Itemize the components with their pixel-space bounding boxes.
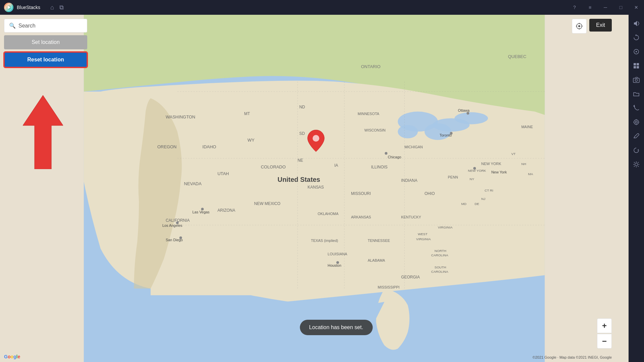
svg-text:IA: IA	[334, 163, 338, 168]
svg-text:KENTUCKY: KENTUCKY	[401, 215, 421, 219]
sidebar-location2-icon[interactable]	[630, 46, 642, 58]
svg-text:ALABAMA: ALABAMA	[368, 258, 385, 262]
svg-text:MT: MT	[244, 111, 250, 116]
sidebar-refresh-icon[interactable]	[630, 144, 642, 156]
svg-text:GEORGIA: GEORGIA	[401, 275, 420, 279]
svg-text:San Diego: San Diego	[166, 238, 183, 242]
svg-text:NH: NH	[522, 162, 526, 166]
home-icon[interactable]: ⌂	[50, 4, 54, 11]
sidebar-volume-icon[interactable]	[630, 17, 642, 30]
svg-point-7	[398, 125, 418, 138]
maximize-button[interactable]: □	[613, 0, 629, 15]
zoom-out-button[interactable]: −	[597, 334, 612, 349]
svg-point-102	[634, 120, 639, 124]
sidebar-folder-icon[interactable]	[630, 88, 642, 100]
svg-point-63	[473, 167, 476, 170]
svg-text:KANSAS: KANSAS	[308, 185, 324, 190]
svg-text:TENNESSEE: TENNESSEE	[368, 239, 390, 243]
red-arrow	[23, 95, 63, 169]
exit-button[interactable]: Exit	[589, 19, 612, 32]
svg-text:Las Vegas: Las Vegas	[192, 210, 210, 214]
help-button[interactable]: ?	[567, 0, 582, 15]
svg-text:UTAH: UTAH	[217, 171, 229, 176]
svg-text:OREGON: OREGON	[157, 144, 177, 149]
svg-text:NEVADA: NEVADA	[184, 181, 202, 186]
svg-text:MAINE: MAINE	[522, 125, 533, 129]
svg-point-94	[636, 51, 637, 52]
svg-point-6	[454, 112, 488, 124]
svg-marker-92	[635, 34, 636, 36]
svg-text:NEW MEXICO: NEW MEXICO	[254, 201, 280, 206]
close-button[interactable]: ✕	[629, 0, 644, 15]
app-name: BlueStacks	[17, 5, 40, 10]
svg-text:COLORADO: COLORADO	[261, 164, 286, 169]
left-panel: 🔍 Search Set location Reset location	[4, 19, 87, 67]
svg-text:SOUTH: SOUTH	[435, 265, 446, 269]
window-controls: ? ≡ ─ □ ✕	[567, 0, 644, 15]
svg-text:WY: WY	[247, 138, 254, 143]
svg-text:INDIANA: INDIANA	[401, 178, 417, 183]
svg-text:NY: NY	[469, 177, 474, 181]
menu-button[interactable]: ≡	[582, 0, 598, 15]
svg-text:NEW YORK: NEW YORK	[468, 169, 486, 172]
svg-text:OKLAHOMA: OKLAHOMA	[317, 212, 339, 216]
svg-text:ILLINOIS: ILLINOIS	[371, 165, 388, 169]
svg-text:Houston: Houston	[328, 263, 341, 267]
svg-text:PENN: PENN	[448, 175, 458, 179]
sidebar-edit-icon[interactable]	[630, 130, 642, 142]
svg-text:New York: New York	[491, 170, 507, 174]
svg-text:WASHINGTON: WASHINGTON	[166, 114, 195, 119]
svg-text:NE: NE	[298, 158, 303, 163]
sidebar-rotate-icon[interactable]	[630, 32, 642, 44]
zoom-controls: + −	[597, 318, 612, 349]
titlebar: BlueStacks ⌂ ⧉ ? ≡ ─ □ ✕	[0, 0, 644, 15]
search-box[interactable]: 🔍 Search	[4, 19, 87, 33]
svg-point-100	[635, 79, 638, 82]
svg-text:ARIZONA: ARIZONA	[217, 208, 235, 213]
svg-text:Ottawa: Ottawa	[458, 108, 470, 112]
layers-icon[interactable]: ⧉	[59, 4, 64, 11]
nav-icons: ⌂ ⧉	[50, 4, 64, 11]
sidebar-camera-icon[interactable]	[630, 74, 642, 86]
svg-rect-96	[637, 63, 639, 65]
svg-text:Toronto: Toronto	[440, 133, 452, 137]
svg-marker-109	[637, 149, 639, 150]
svg-text:MD: MD	[461, 202, 466, 206]
svg-text:CAROLINA: CAROLINA	[431, 270, 448, 273]
sidebar-settings-icon[interactable]	[630, 158, 642, 170]
search-icon: 🔍	[9, 22, 16, 29]
top-right-controls: Exit	[572, 19, 612, 34]
svg-marker-101	[633, 105, 635, 107]
svg-text:ND: ND	[299, 105, 305, 109]
svg-text:VT: VT	[511, 152, 516, 156]
svg-marker-85	[23, 95, 63, 169]
svg-text:OHIO: OHIO	[425, 191, 435, 196]
reset-location-button[interactable]: Reset location	[4, 52, 87, 67]
sidebar-grid-icon[interactable]	[630, 60, 642, 72]
sidebar-target-icon[interactable]	[630, 116, 642, 128]
right-sidebar	[629, 15, 644, 362]
svg-text:WEST: WEST	[418, 232, 428, 236]
svg-text:NJ: NJ	[481, 197, 485, 201]
locate-button[interactable]	[572, 19, 587, 34]
svg-text:DE: DE	[475, 202, 479, 206]
svg-text:WISCONSIN: WISCONSIN	[364, 128, 386, 132]
sidebar-undo-icon[interactable]	[630, 102, 642, 114]
svg-text:TEXAS (implied): TEXAS (implied)	[311, 239, 338, 243]
minimize-button[interactable]: ─	[598, 0, 613, 15]
set-location-button[interactable]: Set location	[4, 35, 87, 49]
main-area: WASHINGTON OREGON CALIFORNIA IDAHO MT WY…	[0, 15, 644, 362]
svg-rect-97	[634, 66, 636, 68]
zoom-in-button[interactable]: +	[597, 318, 612, 333]
svg-point-103	[635, 121, 637, 123]
svg-point-61	[385, 152, 387, 155]
svg-text:MISSISSIPPI: MISSISSIPPI	[378, 285, 400, 289]
svg-text:MISSOURI: MISSOURI	[351, 191, 371, 196]
map-area[interactable]: WASHINGTON OREGON CALIFORNIA IDAHO MT WY…	[0, 15, 629, 362]
svg-marker-1	[8, 6, 10, 9]
svg-text:NEW YORK: NEW YORK	[481, 162, 501, 166]
svg-text:CT RI: CT RI	[485, 189, 493, 192]
svg-text:LOUISIANA: LOUISIANA	[328, 252, 347, 256]
location-toast: Location has been set.	[300, 320, 373, 335]
svg-text:VIRGINIA: VIRGINIA	[416, 237, 431, 241]
